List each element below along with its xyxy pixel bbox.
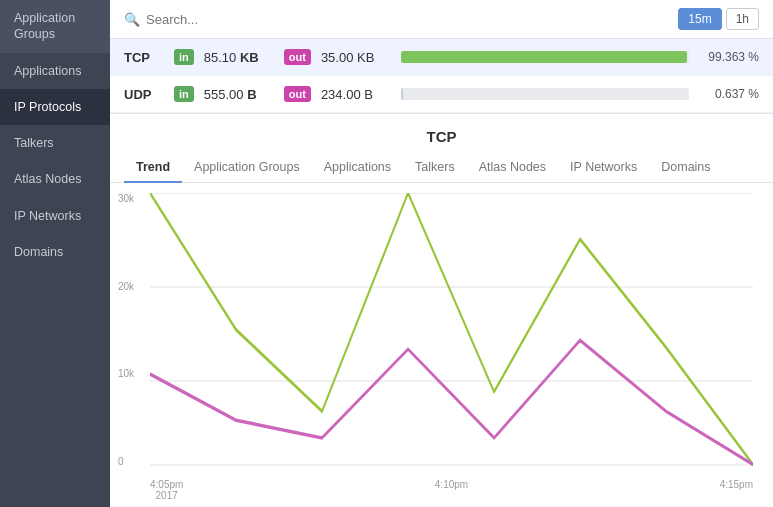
in-value: 555.00 B bbox=[204, 87, 274, 102]
sidebar-item-atlas-nodes[interactable]: Atlas Nodes bbox=[0, 161, 110, 197]
out-value: 234.00 B bbox=[321, 87, 391, 102]
tab-application-groups[interactable]: Application Groups bbox=[182, 153, 312, 183]
sidebar-item-applications[interactable]: Applications bbox=[0, 53, 110, 89]
protocol-row-tcp[interactable]: TCP in 85.10 KB out 35.00 KB 99.363 % bbox=[110, 39, 773, 76]
usage-bar bbox=[401, 51, 689, 63]
sidebar-item-ip-networks[interactable]: IP Networks bbox=[0, 198, 110, 234]
y-label: 0 bbox=[118, 456, 134, 467]
chart-svg bbox=[150, 193, 753, 477]
tab-atlas-nodes[interactable]: Atlas Nodes bbox=[467, 153, 558, 183]
sidebar: Application GroupsApplicationsIP Protoco… bbox=[0, 0, 110, 507]
percent-label: 99.363 % bbox=[699, 50, 759, 64]
time-btn-15m[interactable]: 15m bbox=[678, 8, 721, 30]
x-label: 4:15pm bbox=[720, 479, 753, 501]
tab-ip-networks[interactable]: IP Networks bbox=[558, 153, 649, 183]
in-value: 85.10 KB bbox=[204, 50, 274, 65]
out-value: 35.00 KB bbox=[321, 50, 391, 65]
tab-applications[interactable]: Applications bbox=[312, 153, 403, 183]
badge-in: in bbox=[174, 49, 194, 65]
search-icon: 🔍 bbox=[124, 12, 140, 27]
x-axis-labels: 4:05pm20174:10pm4:15pm bbox=[150, 479, 753, 501]
sidebar-item-domains[interactable]: Domains bbox=[0, 234, 110, 270]
detail-panel: TCP TrendApplication GroupsApplicationsT… bbox=[110, 114, 773, 507]
sidebar-item-application-groups[interactable]: Application Groups bbox=[0, 0, 110, 53]
protocol-name: TCP bbox=[124, 50, 164, 65]
y-axis-labels: 30k20k10k0 bbox=[118, 193, 134, 467]
sidebar-item-ip-protocols[interactable]: IP Protocols bbox=[0, 89, 110, 125]
percent-label: 0.637 % bbox=[699, 87, 759, 101]
tab-trend[interactable]: Trend bbox=[124, 153, 182, 183]
protocol-row-udp[interactable]: UDP in 555.00 B out 234.00 B 0.637 % bbox=[110, 76, 773, 113]
topbar: 🔍 15m1h bbox=[110, 0, 773, 39]
time-btn-1h[interactable]: 1h bbox=[726, 8, 759, 30]
bar-fill bbox=[401, 51, 687, 63]
chart-area: 30k20k10k0 4:05pm20174:10pm4:15pm bbox=[110, 183, 773, 507]
badge-in: in bbox=[174, 86, 194, 102]
y-label: 20k bbox=[118, 281, 134, 292]
time-buttons: 15m1h bbox=[678, 8, 759, 30]
usage-bar bbox=[401, 88, 689, 100]
x-label: 4:05pm2017 bbox=[150, 479, 183, 501]
sidebar-item-talkers[interactable]: Talkers bbox=[0, 125, 110, 161]
protocol-name: UDP bbox=[124, 87, 164, 102]
tab-talkers[interactable]: Talkers bbox=[403, 153, 467, 183]
y-label: 30k bbox=[118, 193, 134, 204]
tab-domains[interactable]: Domains bbox=[649, 153, 722, 183]
x-label: 4:10pm bbox=[435, 479, 468, 501]
y-label: 10k bbox=[118, 368, 134, 379]
detail-title: TCP bbox=[110, 114, 773, 153]
badge-out: out bbox=[284, 86, 311, 102]
search-input[interactable] bbox=[146, 12, 346, 27]
detail-tabs: TrendApplication GroupsApplicationsTalke… bbox=[110, 153, 773, 183]
bar-fill bbox=[401, 88, 403, 100]
search-wrap: 🔍 bbox=[124, 12, 346, 27]
badge-out: out bbox=[284, 49, 311, 65]
main-content: 🔍 15m1h TCP in 85.10 KB out 35.00 KB 99.… bbox=[110, 0, 773, 507]
protocol-table: TCP in 85.10 KB out 35.00 KB 99.363 % UD… bbox=[110, 39, 773, 114]
